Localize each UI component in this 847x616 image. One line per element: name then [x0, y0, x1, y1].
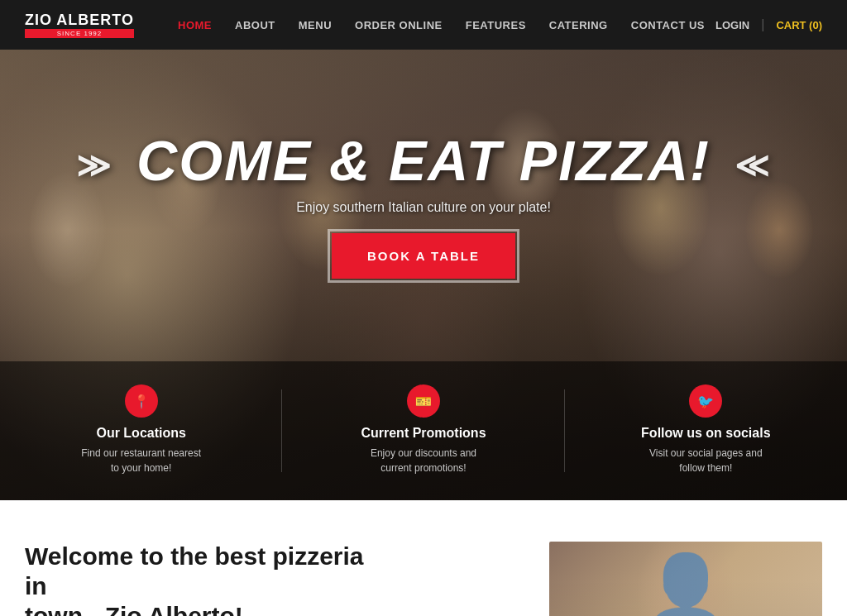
logo[interactable]: ZIO ALBERTO SINCE 1992	[25, 12, 134, 38]
nav-order-online[interactable]: ORDER ONLINE	[355, 19, 443, 31]
socials-icon: 🐦	[689, 384, 722, 418]
hero-subtitle: Enjoy southern Italian culture on your p…	[296, 200, 551, 215]
login-button[interactable]: LOGIN	[715, 19, 749, 31]
hero-section: ≫ COME & EAT PIZZA! ≪ Enjoy southern Ita…	[0, 50, 847, 500]
nav-about[interactable]: ABOUT	[235, 19, 275, 31]
feature-socials-desc: Visit our social pages andfollow them!	[649, 446, 763, 475]
welcome-photo	[549, 542, 822, 616]
feature-promotions[interactable]: 🎫 Current Promotions Enjoy our discounts…	[282, 361, 564, 500]
location-icon: 📍	[125, 384, 158, 418]
cart-button[interactable]: CART (0)	[776, 19, 822, 31]
nav-features[interactable]: FEATURES	[466, 19, 526, 31]
book-table-button[interactable]: BOOK A TABLE	[332, 233, 515, 279]
feature-locations[interactable]: 📍 Our Locations Find our restaurant near…	[0, 361, 282, 500]
welcome-title: Welcome to the best pizzeria intown - Zi…	[25, 542, 372, 616]
welcome-text-area: Welcome to the best pizzeria intown - Zi…	[25, 542, 372, 616]
hero-arrow-left: ≫	[76, 147, 112, 184]
feature-locations-desc: Find our restaurant nearestto your home!	[81, 446, 201, 475]
hero-content: ≫ COME & EAT PIZZA! ≪ Enjoy southern Ita…	[0, 50, 847, 279]
hero-title: ≫ COME & EAT PIZZA! ≪	[76, 132, 771, 189]
nav-contact[interactable]: CONTACT US	[631, 19, 705, 31]
nav-right: LOGIN | CART (0)	[715, 17, 822, 32]
feature-promotions-title: Current Promotions	[361, 426, 486, 441]
nav-separator: |	[761, 17, 764, 32]
hero-bottom-bar: 📍 Our Locations Find our restaurant near…	[0, 361, 847, 500]
promotions-icon: 🎫	[407, 384, 440, 418]
brand-name: ZIO ALBERTO	[25, 12, 134, 27]
nav-catering[interactable]: CATERING	[549, 19, 608, 31]
nav-menu[interactable]: MENU	[299, 19, 332, 31]
welcome-photo-area	[405, 542, 822, 616]
feature-locations-title: Our Locations	[96, 426, 185, 441]
below-hero-section: Welcome to the best pizzeria intown - Zi…	[0, 500, 847, 616]
feature-socials-title: Follow us on socials	[641, 426, 770, 441]
brand-since: SINCE 1992	[25, 29, 134, 38]
feature-socials[interactable]: 🐦 Follow us on socials Visit our social …	[565, 361, 847, 500]
feature-promotions-desc: Enjoy our discounts andcurrent promotion…	[371, 446, 476, 475]
nav-links: HOME ABOUT MENU ORDER ONLINE FEATURES CA…	[167, 19, 715, 31]
navbar: ZIO ALBERTO SINCE 1992 HOME ABOUT MENU O…	[0, 0, 847, 50]
nav-home[interactable]: HOME	[178, 19, 212, 31]
hero-arrow-right: ≪	[735, 147, 771, 184]
